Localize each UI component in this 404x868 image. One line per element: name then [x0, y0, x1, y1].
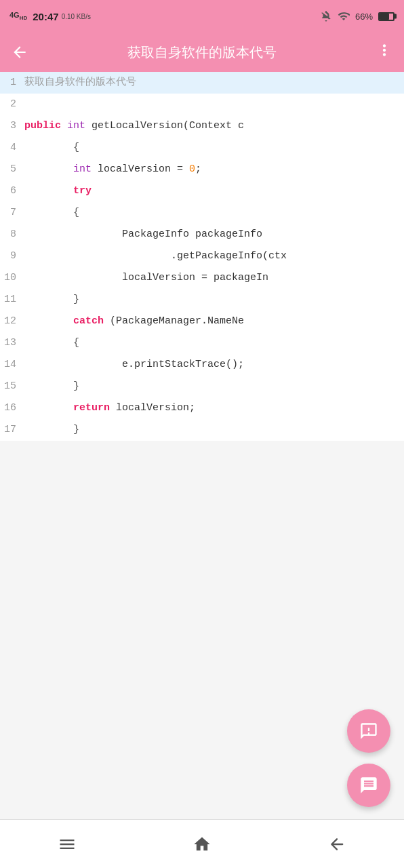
back-nav-icon [327, 835, 346, 854]
menu-icon [58, 835, 77, 854]
page-title: 获取自身软件的版本代号 [39, 43, 365, 62]
line-content-10: localVersion = packageIn [24, 269, 268, 288]
code-line-14: 14 e.printStackTrace(); [0, 354, 404, 376]
line-content-2 [24, 95, 31, 114]
signal-indicator: 4GHD [9, 11, 27, 21]
line-number-16: 16 [0, 399, 24, 418]
line-number-6: 6 [0, 182, 24, 201]
line-number-10: 10 [0, 269, 24, 288]
line-number-17: 17 [0, 420, 24, 439]
battery-percent: 66% [355, 12, 373, 22]
app-bar: 获取自身软件的版本代号 [0, 33, 404, 72]
edit-fab-icon [359, 722, 378, 741]
code-editor[interactable]: 1 获取自身软件的版本代号 2 3 public int getLocalVer… [0, 72, 404, 441]
line-content-16: return localVersion; [24, 399, 195, 418]
nav-bar [0, 819, 404, 868]
line-number-4: 4 [0, 138, 24, 157]
back-button[interactable] [11, 43, 28, 61]
bell-muted-icon [320, 10, 332, 22]
line-number-3: 3 [0, 117, 24, 136]
line-content-15: } [24, 377, 79, 396]
code-line-1: 1 获取自身软件的版本代号 [0, 72, 404, 94]
line-content-17: } [24, 420, 79, 439]
edit-fab-button[interactable] [347, 709, 390, 753]
line-number-11: 11 [0, 290, 24, 309]
line-content-5: int localVersion = 0; [24, 160, 201, 179]
code-line-8: 8 PackageInfo packageInfo [0, 224, 404, 245]
line-content-8: PackageInfo packageInfo [24, 225, 262, 244]
more-options-button[interactable] [376, 41, 393, 64]
code-line-17: 17 } [0, 419, 404, 441]
line-number-5: 5 [0, 160, 24, 179]
code-line-2: 2 [0, 94, 404, 115]
battery-icon [378, 12, 395, 21]
main-content: 1 获取自身软件的版本代号 2 3 public int getLocalVer… [0, 72, 404, 819]
network-speed: 0.10 KB/s [62, 13, 91, 20]
line-content-1: 获取自身软件的版本代号 [24, 73, 136, 92]
line-content-13: { [24, 334, 79, 353]
line-content-14: e.printStackTrace(); [24, 355, 244, 374]
code-line-12: 12 catch (PackageManager.NameNe [0, 311, 404, 332]
line-number-14: 14 [0, 355, 24, 374]
line-content-6: try [24, 182, 92, 201]
chat-fab-button[interactable] [347, 764, 390, 807]
code-line-16: 16 return localVersion; [0, 397, 404, 419]
line-number-9: 9 [0, 247, 24, 266]
code-line-6: 6 try [0, 180, 404, 202]
line-content-12: catch (PackageManager.NameNe [24, 312, 244, 331]
code-line-7: 7 { [0, 202, 404, 224]
status-bar: 4GHD 20:47 0.10 KB/s 66% [0, 0, 404, 33]
line-content-3: public int getLocalVersion(Context c [24, 117, 244, 136]
line-content-11: } [24, 290, 79, 309]
back-nav-button[interactable] [311, 829, 363, 859]
line-number-2: 2 [0, 95, 24, 114]
line-number-8: 8 [0, 225, 24, 244]
chat-fab-icon [359, 776, 378, 795]
fab-container [347, 709, 390, 807]
home-icon [193, 835, 211, 854]
line-number-1: 1 [0, 73, 24, 92]
line-content-4: { [24, 138, 79, 157]
code-line-4: 4 { [0, 137, 404, 159]
home-nav-button[interactable] [176, 829, 228, 859]
status-time: 20:47 [33, 11, 58, 22]
wifi-icon [338, 10, 350, 22]
status-right: 66% [320, 10, 395, 22]
line-content-7: { [24, 203, 79, 222]
code-line-3: 3 public int getLocalVersion(Context c [0, 115, 404, 137]
code-line-5: 5 int localVersion = 0; [0, 159, 404, 180]
code-line-9: 9 .getPackageInfo(ctx [0, 245, 404, 267]
line-number-15: 15 [0, 377, 24, 396]
menu-nav-button[interactable] [41, 829, 93, 859]
line-number-12: 12 [0, 312, 24, 331]
status-left: 4GHD 20:47 0.10 KB/s [9, 11, 91, 22]
code-line-15: 15 } [0, 376, 404, 397]
line-number-13: 13 [0, 334, 24, 353]
line-number-7: 7 [0, 203, 24, 222]
code-line-10: 10 localVersion = packageIn [0, 267, 404, 289]
line-content-9: .getPackageInfo(ctx [24, 247, 287, 266]
code-line-11: 11 } [0, 289, 404, 311]
empty-area [0, 441, 404, 819]
code-line-13: 13 { [0, 332, 404, 354]
